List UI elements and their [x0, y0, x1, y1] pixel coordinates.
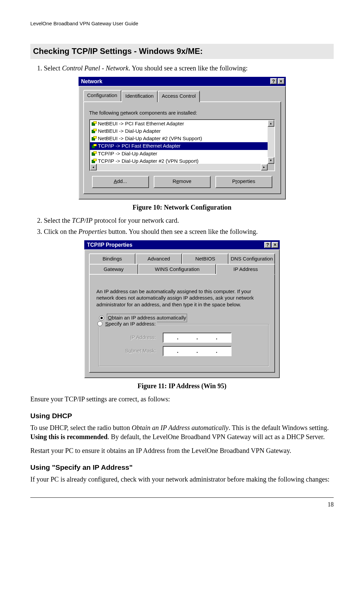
text: dd... — [117, 178, 127, 184]
tab-advanced[interactable]: Advanced — [135, 253, 182, 264]
accel: S — [105, 321, 109, 327]
properties-button[interactable]: Properties — [215, 176, 272, 188]
text: Select the — [44, 217, 72, 224]
subnet-mask-label: Subnet Mask: — [116, 347, 156, 354]
list-label: The following network components are ins… — [89, 110, 275, 116]
ensure-text: Ensure your TCP/IP settings are correct,… — [30, 395, 334, 404]
titlebar-title: Network — [81, 78, 102, 85]
titlebar[interactable]: TCP/IP Properties ? × — [84, 240, 280, 250]
components-listbox[interactable]: NetBEUI -> PCI Fast Ethernet Adapter Net… — [89, 119, 275, 171]
footer-rule — [30, 497, 334, 498]
accel: O — [108, 315, 112, 320]
list-item[interactable]: NetBEUI -> Dial-Up Adapter #2 (VPN Suppo… — [90, 135, 268, 142]
text: . By default, the LevelOne Broadband VPN… — [108, 433, 325, 440]
list-item-label: NetBEUI -> Dial-Up Adapter — [98, 128, 161, 134]
dialog-body: Bindings Advanced NetBIOS DNS Configurat… — [84, 249, 280, 378]
text: S — [125, 348, 128, 354]
tab-ip-address[interactable]: IP Address — [216, 264, 275, 275]
section-heading: Checking TCP/IP Settings - Windows 9x/ME… — [30, 44, 334, 59]
tab-identification[interactable]: Identification — [121, 91, 158, 102]
text: Click on the — [44, 228, 79, 235]
close-icon[interactable]: × — [272, 242, 278, 248]
radio-specify-ip[interactable]: Specify an IP address: — [96, 320, 157, 327]
step-3: Click on the Properties button. You shou… — [44, 227, 334, 236]
radio-label: Specify an IP address: — [105, 320, 156, 327]
tab-dns-configuration[interactable]: DNS Configuration — [229, 253, 275, 264]
step-list: Select Control Panel - Network. You shou… — [30, 64, 334, 73]
specify-ip-group: Specify an IP address: IP Address: ... S… — [98, 324, 269, 367]
figure-caption-11: Figure 11: IP Address (Win 95) — [30, 381, 334, 391]
list-item[interactable]: NetBEUI -> Dial-Up Adapter — [90, 127, 268, 135]
list-item[interactable]: NetBEUI -> PCI Fast Ethernet Adapter — [90, 120, 268, 127]
network-protocol-icon — [91, 144, 97, 149]
list-item[interactable]: TCP/IP -> Dial-Up Adapter #2 (VPN Suppor… — [90, 157, 268, 164]
italic: Obtain an IP Address automatically — [132, 424, 229, 431]
text: protocol for your network card. — [92, 217, 179, 224]
text: pecify an IP address: — [109, 321, 156, 327]
scrollbar-vertical[interactable]: ▴ ▾ — [268, 120, 274, 164]
subnet-mask-row: Subnet Mask: ... — [116, 346, 262, 356]
list-item-label: NetBEUI -> PCI Fast Ethernet Adapter — [98, 120, 184, 127]
help-icon[interactable]: ? — [270, 78, 277, 84]
radio-icon — [97, 321, 102, 326]
italic: Properties — [79, 228, 107, 235]
network-protocol-icon — [91, 151, 97, 156]
button-row: Add... Remove Properties — [89, 176, 275, 188]
list-item[interactable]: TCP/IP -> Dial-Up Adapter — [90, 150, 268, 157]
titlebar[interactable]: Network ? × — [79, 77, 286, 86]
subheading-specify: Using "Specify an IP Address" — [30, 463, 334, 472]
dhcp-para-2: Restart your PC to ensure it obtains an … — [30, 446, 334, 455]
dhcp-para-1: To use DHCP, select the radio button Obt… — [30, 423, 334, 441]
list-item-label: TCP/IP -> Dial-Up Adapter #2 (VPN Suppor… — [98, 158, 199, 164]
text: To use DHCP, select the radio button — [30, 424, 132, 431]
tab-gateway[interactable]: Gateway — [89, 264, 138, 274]
tab-access-control[interactable]: Access Control — [158, 91, 200, 102]
network-protocol-icon — [91, 121, 97, 126]
accel: u — [128, 348, 131, 354]
text: operties — [237, 178, 255, 184]
text: button. You should then see a screen lik… — [107, 228, 257, 235]
step-list-cont: Select the TCP/IP protocol for your netw… — [30, 216, 334, 236]
ip-address-label: IP Address: — [116, 334, 156, 341]
scroll-up-icon[interactable]: ▴ — [268, 120, 274, 127]
scroll-left-icon[interactable]: ◂ — [90, 164, 97, 171]
subheading-dhcp: Using DHCP — [30, 411, 334, 421]
tcpip-properties-dialog: TCP/IP Properties ? × Bindings Advanced … — [84, 240, 280, 378]
network-protocol-icon — [91, 136, 97, 141]
help-icon[interactable]: ? — [264, 242, 271, 248]
text: P Address: — [132, 334, 156, 340]
tab-configuration[interactable]: Configuration — [83, 90, 121, 101]
panel-description: An IP address can be automatically assig… — [96, 288, 268, 308]
text: etwork components are installed: — [123, 110, 197, 116]
titlebar-title: TCP/IP Properties — [87, 241, 132, 249]
accel: A — [114, 178, 117, 184]
close-icon[interactable]: × — [278, 78, 284, 84]
add-button[interactable]: Add... — [92, 176, 149, 188]
dialog-body: Configuration Identification Access Cont… — [79, 86, 286, 199]
scroll-right-icon[interactable]: ▸ — [261, 164, 268, 171]
text: P — [232, 178, 236, 184]
ip-address-row: IP Address: ... — [116, 333, 262, 343]
list-item-selected[interactable]: TCP/IP -> PCI Fast Ethernet Adapter — [90, 142, 268, 150]
network-protocol-icon — [91, 159, 97, 163]
scrollbar-horizontal[interactable]: ◂ ▸ — [90, 164, 268, 171]
scroll-down-icon[interactable]: ▾ — [268, 157, 274, 164]
remove-button[interactable]: Remove — [154, 176, 211, 188]
document-page: LevelOne Broadband VPN Gateway User Guid… — [0, 0, 364, 614]
ip-address-input[interactable]: ... — [163, 333, 232, 343]
network-dialog: Network ? × Configuration Identification… — [79, 77, 286, 199]
step1-italic: Control Panel - Network — [62, 64, 129, 72]
tab-bindings[interactable]: Bindings — [89, 253, 135, 264]
text: move — [179, 178, 191, 184]
tab-wins-configuration[interactable]: WINS Configuration — [138, 264, 216, 274]
text: R — [173, 178, 176, 184]
subnet-mask-input[interactable]: ... — [163, 346, 232, 356]
scroll-corner — [268, 164, 274, 171]
running-head: LevelOne Broadband VPN Gateway User Guid… — [30, 20, 334, 27]
tab-netbios[interactable]: NetBIOS — [182, 253, 229, 264]
italic: TCP/IP — [72, 217, 92, 224]
tab-panel: The following network components are ins… — [83, 101, 281, 194]
text: btain an IP address automatically — [112, 315, 186, 320]
accel: e — [176, 178, 179, 184]
specify-para: If your PC is already configured, check … — [30, 475, 334, 484]
